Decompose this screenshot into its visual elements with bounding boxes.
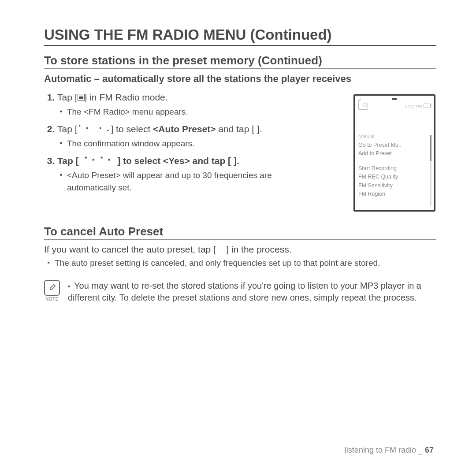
page-heading: USING THE FM RADIO MENU (Continued) <box>44 26 436 46</box>
device-scrollbar <box>430 135 431 206</box>
step-2-detail: The confirmation window appears. <box>60 138 322 150</box>
radio-icon <box>358 102 368 110</box>
cancel-detail: The auto preset setting is canceled, and… <box>48 257 436 269</box>
section-heading-cancel: To cancel Auto Preset <box>44 225 436 240</box>
device-mode-label: Manual <box>358 133 431 140</box>
device-menu-item: Go to Preset Mo.. <box>358 141 431 149</box>
cancel-body: If you want to cancel the auto preset, t… <box>44 244 436 255</box>
note-block: NOTE ■You may want to re-set the stored … <box>44 280 436 304</box>
note-label: NOTE <box>44 297 60 301</box>
note-icon <box>44 280 60 296</box>
section-heading-store: To store stations in the preset memory (… <box>44 54 436 69</box>
device-menu-item: FM Sensitivity <box>358 182 431 190</box>
device-menu-item: Add to Preset <box>358 149 431 158</box>
step-1-detail: The <FM Radio> menu appears. <box>60 106 322 118</box>
step-3-detail: <Auto Preset> will appear and up to 30 f… <box>60 169 322 193</box>
device-time: 04:27 PM <box>405 104 422 108</box>
device-menu-item: FM Region <box>358 190 431 198</box>
menu-icon <box>78 94 85 101</box>
note-text: ■You may want to re-set the stored stati… <box>68 280 436 304</box>
device-menu-item: Start Recording <box>358 164 431 173</box>
leftright-icon: ⠈⠐ ⠁⠂ <box>81 156 115 166</box>
updown-icon: ⠁⠂ ⠐⠠ <box>78 124 111 134</box>
device-screenshot: 04:27 PM Manual Go to Preset Mo.. Add to… <box>353 94 435 212</box>
device-menu-item: FM REC Quality <box>358 173 431 181</box>
battery-icon <box>424 104 431 108</box>
page-footer: listening to FM radio _ 67 <box>345 446 434 455</box>
subsection-automatic: Automatic – automatically store all the … <box>44 73 436 85</box>
